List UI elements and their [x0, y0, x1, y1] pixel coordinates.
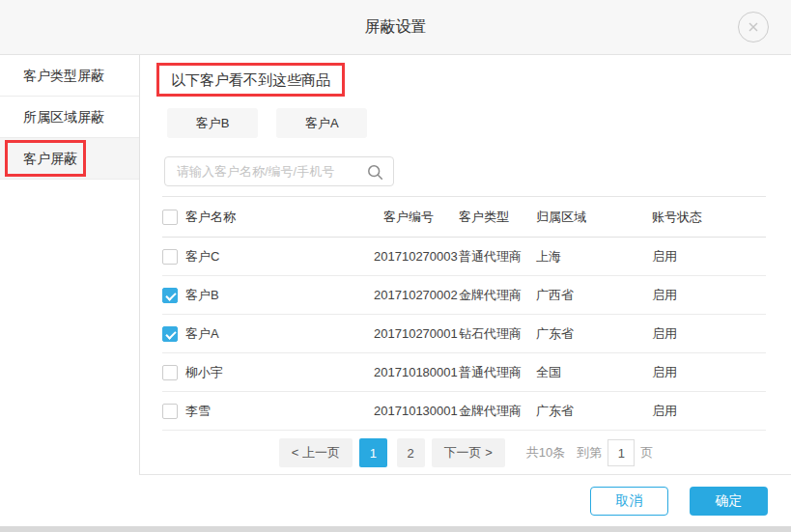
cell-customer-code: 201710180001: [374, 365, 459, 379]
prev-page-button[interactable]: < 上一页: [279, 438, 353, 467]
modal-header: 屏蔽设置: [0, 0, 791, 55]
section-title-annotation-box: 以下客户看不到这些商品: [156, 63, 345, 97]
pagination-page-button[interactable]: 1: [359, 438, 387, 467]
table-row: 客户C 201710270003 普通代理商 上海 启用: [162, 238, 766, 276]
cell-region: 上海: [536, 248, 652, 266]
sidebar-item-label: 客户屏蔽: [23, 151, 77, 166]
page-buttons: 1 2: [356, 438, 428, 467]
customer-search-input[interactable]: [165, 157, 393, 185]
main-panel: 以下客户看不到这些商品 客户B 客户A 客户名称 客户编号 客: [140, 55, 791, 475]
row-checkbox[interactable]: [162, 326, 178, 342]
customer-search-box: [164, 156, 394, 186]
cell-customer-name: 李雪: [185, 403, 374, 420]
table-row: 柳小宇 201710180001 普通代理商 全国 启用: [162, 353, 766, 392]
table-row: 客户B 201710270002 金牌代理商 广西省 启用: [162, 276, 766, 315]
cell-region: 广西省: [536, 287, 652, 304]
table-row: 李雪 201710130001 金牌代理商 广东省 启用: [162, 392, 766, 431]
cell-customer-type: 普通代理商: [459, 364, 536, 381]
sidebar-item-label: 客户类型屏蔽: [23, 68, 104, 83]
customer-tag[interactable]: 客户B: [167, 108, 258, 138]
cell-account-status: 启用: [652, 325, 766, 343]
modal-title: 屏蔽设置: [0, 0, 791, 54]
section-title: 以下客户看不到这些商品: [171, 71, 330, 88]
page-unit-label: 页: [640, 444, 653, 462]
select-all-checkbox[interactable]: [162, 210, 178, 225]
table-header-row: 客户名称 客户编号 客户类型 归属区域 账号状态: [162, 197, 766, 238]
column-region: 归属区域: [536, 209, 652, 226]
cell-customer-name: 客户A: [185, 325, 374, 343]
page-background-strip: [0, 526, 791, 532]
cell-region: 广东省: [536, 403, 652, 420]
cell-customer-name: 柳小宇: [185, 364, 374, 381]
modal-footer: 取消 确定: [0, 475, 791, 526]
cell-customer-name: 客户B: [185, 287, 374, 304]
column-customer-name: 客户名称: [185, 209, 374, 226]
pagination: < 上一页 1 2 下一页 > 共10条 到第 页: [162, 431, 766, 475]
row-checkbox[interactable]: [162, 249, 178, 265]
sidebar: 客户类型屏蔽 所属区域屏蔽 客户屏蔽: [0, 55, 140, 475]
next-page-button[interactable]: 下一页 >: [432, 438, 505, 467]
cell-customer-code: 201710270001: [374, 326, 459, 341]
row-checkbox[interactable]: [162, 365, 178, 380]
sidebar-item[interactable]: 所属区域屏蔽: [0, 97, 139, 138]
total-count-label: 共10条: [526, 444, 565, 462]
cell-region: 广东省: [536, 325, 652, 343]
sidebar-item[interactable]: 客户类型屏蔽: [0, 55, 139, 97]
sidebar-item[interactable]: 客户屏蔽: [0, 138, 139, 180]
cell-customer-type: 普通代理商: [459, 248, 536, 266]
cell-customer-type: 金牌代理商: [459, 403, 536, 420]
cell-account-status: 启用: [652, 287, 766, 304]
table-row: 客户A 201710270001 钻石代理商 广东省 启用: [162, 315, 766, 353]
table-body: 客户C 201710270003 普通代理商 上海 启用 客户B 2017102…: [162, 238, 766, 431]
cell-customer-type: 钻石代理商: [459, 325, 536, 343]
confirm-button[interactable]: 确定: [690, 487, 768, 516]
blocking-settings-modal: 屏蔽设置 客户类型屏蔽 所属区域屏蔽 客户屏蔽 以下客户看不到这些商品 客户B …: [0, 0, 791, 532]
cancel-button[interactable]: 取消: [590, 487, 668, 516]
customer-table: 客户名称 客户编号 客户类型 归属区域 账号状态 客户C 20171027000…: [162, 196, 766, 431]
row-checkbox[interactable]: [162, 404, 178, 419]
goto-page-input[interactable]: [607, 439, 635, 466]
sidebar-item-label: 所属区域屏蔽: [23, 109, 104, 125]
column-customer-code: 客户编号: [374, 209, 459, 226]
cell-account-status: 启用: [652, 364, 766, 381]
cell-customer-code: 201710130001: [374, 404, 459, 418]
goto-page-label: 到第: [577, 444, 602, 462]
cell-customer-code: 201710270002: [374, 288, 459, 302]
selected-customer-tags: 客户B 客户A: [167, 108, 766, 138]
cell-account-status: 启用: [652, 248, 766, 266]
row-checkbox[interactable]: [162, 288, 178, 303]
cell-customer-name: 客户C: [185, 248, 374, 266]
cell-region: 全国: [536, 364, 652, 381]
cell-customer-code: 201710270003: [374, 249, 459, 264]
pagination-page-button[interactable]: 2: [397, 438, 425, 467]
modal-body: 客户类型屏蔽 所属区域屏蔽 客户屏蔽 以下客户看不到这些商品 客户B 客户A: [0, 55, 791, 475]
column-account-status: 账号状态: [652, 209, 766, 226]
close-icon[interactable]: [738, 12, 769, 42]
column-customer-type: 客户类型: [459, 209, 536, 226]
customer-tag[interactable]: 客户A: [276, 108, 367, 138]
cell-account-status: 启用: [652, 403, 766, 420]
search-icon[interactable]: [367, 164, 383, 181]
cell-customer-type: 金牌代理商: [459, 287, 536, 304]
